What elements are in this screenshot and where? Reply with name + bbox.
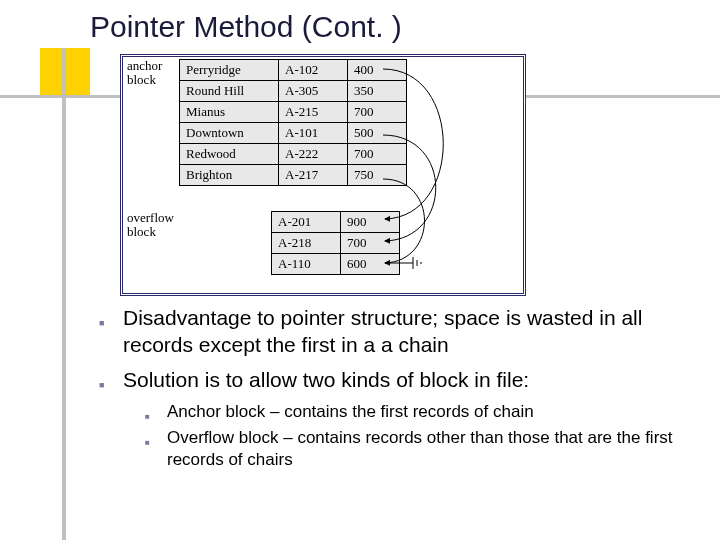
table-row: A-218700 xyxy=(272,233,400,254)
table-row: A-110600 xyxy=(272,254,400,275)
table-row: MianusA-215700 xyxy=(180,102,407,123)
subbullet-overflow-block: Overflow block – contains records other … xyxy=(139,427,685,471)
overflow-block-table: A-201900 A-218700 A-110600 xyxy=(271,211,400,275)
bullet-disadvantage: Disadvantage to pointer structure; space… xyxy=(95,304,685,358)
figure-pointer-blocks: anchor block overflow block PerryridgeA-… xyxy=(120,54,526,296)
table-row: RedwoodA-222700 xyxy=(180,144,407,165)
body-content: Disadvantage to pointer structure; space… xyxy=(95,304,685,475)
label-overflow-block: overflow block xyxy=(127,211,177,239)
label-anchor-block: anchor block xyxy=(127,59,169,87)
table-row: BrightonA-217750 xyxy=(180,165,407,186)
bullet-solution: Solution is to allow two kinds of block … xyxy=(95,366,685,393)
slide-title: Pointer Method (Cont. ) xyxy=(90,10,402,44)
anchor-block-table: PerryridgeA-102400 Round HillA-305350 Mi… xyxy=(179,59,407,186)
table-row: Round HillA-305350 xyxy=(180,81,407,102)
slide: Pointer Method (Cont. ) anchor block ove… xyxy=(0,0,720,540)
decoration-vertical-rule xyxy=(62,48,66,540)
table-row: A-201900 xyxy=(272,212,400,233)
subbullet-anchor-block: Anchor block – contains the first record… xyxy=(139,401,685,423)
table-row: DowntownA-101500 xyxy=(180,123,407,144)
table-row: PerryridgeA-102400 xyxy=(180,60,407,81)
